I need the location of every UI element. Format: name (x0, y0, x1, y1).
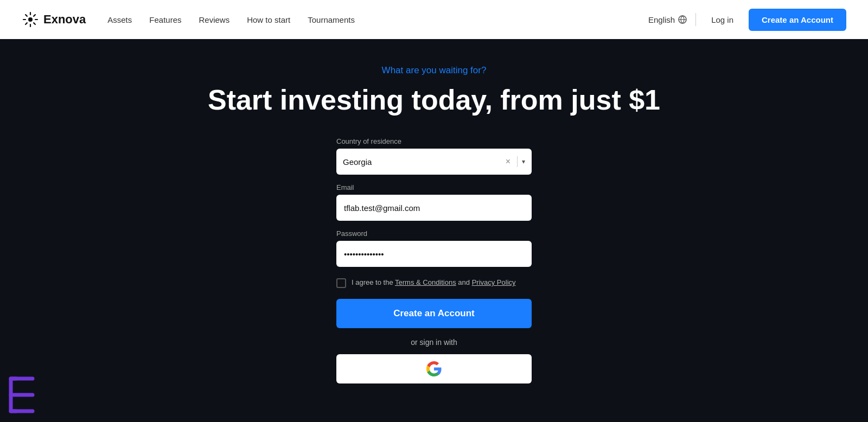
email-input[interactable] (336, 195, 532, 221)
nav-how-to-start[interactable]: How to start (247, 15, 290, 24)
country-value: Georgia (343, 157, 503, 167)
login-button[interactable]: Log in (705, 11, 740, 29)
nav-assets[interactable]: Assets (107, 15, 132, 24)
headline: Start investing today, from just $1 (208, 85, 660, 116)
country-select[interactable]: Georgia × ▾ (336, 149, 532, 175)
agree-text: I agree to the Terms & Conditions and Pr… (352, 278, 516, 287)
decorative-bottom-left-icon (0, 368, 54, 422)
logo-icon (22, 11, 39, 28)
main-content: What are you waiting for? Start investin… (0, 39, 868, 422)
navbar: Exnova Assets Features Reviews How to st… (0, 0, 868, 39)
globe-icon (678, 15, 687, 24)
language-label: English (648, 15, 675, 24)
svg-line-7 (34, 15, 35, 16)
email-label: Email (336, 183, 532, 191)
google-signin-button[interactable] (336, 354, 532, 383)
svg-line-6 (34, 23, 35, 24)
registration-form: Country of residence Georgia × ▾ Email P… (336, 137, 532, 383)
svg-line-5 (25, 15, 27, 16)
country-field-group: Country of residence Georgia × ▾ (336, 137, 532, 175)
country-label: Country of residence (336, 137, 532, 145)
nav-reviews[interactable]: Reviews (199, 15, 229, 24)
terms-link[interactable]: Terms & Conditions (395, 278, 456, 286)
google-logo-icon (426, 361, 442, 376)
nav-tournaments[interactable]: Tournaments (308, 15, 355, 24)
chevron-down-icon[interactable]: ▾ (522, 158, 525, 165)
nav-features[interactable]: Features (149, 15, 181, 24)
create-account-button[interactable]: Create an Account (336, 299, 532, 328)
or-sign-in-text: or sign in with (336, 338, 532, 347)
brand-name: Exnova (43, 12, 86, 27)
password-input[interactable] (336, 241, 532, 267)
agree-checkbox[interactable] (336, 278, 346, 288)
country-select-divider (517, 156, 518, 167)
svg-point-0 (28, 17, 33, 22)
email-field-group: Email (336, 183, 532, 221)
password-label: Password (336, 229, 532, 238)
country-clear-icon[interactable]: × (503, 157, 513, 167)
nav-divider (695, 13, 696, 26)
create-account-nav-button[interactable]: Create an Account (749, 9, 846, 31)
language-selector[interactable]: English (648, 15, 687, 24)
main-nav: Assets Features Reviews How to start Tou… (107, 15, 648, 24)
agree-row: I agree to the Terms & Conditions and Pr… (336, 278, 532, 288)
tagline: What are you waiting for? (382, 65, 487, 76)
navbar-right: English Log in Create an Account (648, 9, 846, 31)
privacy-link[interactable]: Privacy Policy (472, 278, 516, 286)
svg-line-8 (25, 23, 27, 24)
brand-logo[interactable]: Exnova (22, 11, 86, 28)
password-field-group: Password (336, 229, 532, 267)
